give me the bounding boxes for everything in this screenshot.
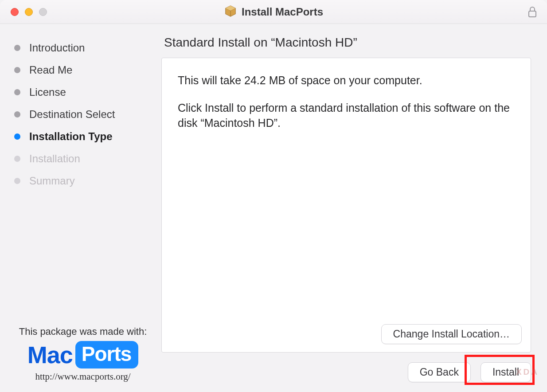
step-label: Introduction [29, 42, 85, 54]
step-installation: Installation [12, 148, 154, 170]
titlebar: Install MacPorts [0, 0, 547, 24]
macports-logo: Mac Ports [12, 341, 154, 368]
step-dot-icon [14, 89, 20, 95]
minimize-window-button[interactable] [25, 8, 33, 16]
main-panel: Standard Install on “Macintosh HD” This … [160, 24, 547, 392]
step-destination-select: Destination Select [12, 104, 154, 126]
watermark: XDA [516, 367, 539, 377]
content-area: Introduction Read Me License Destination… [0, 24, 547, 392]
svg-rect-3 [529, 11, 536, 17]
step-label: Installation Type [29, 130, 113, 143]
step-summary: Summary [12, 170, 154, 192]
step-list: Introduction Read Me License Destination… [12, 37, 154, 192]
step-label: Summary [29, 175, 75, 187]
window-title: Install MacPorts [242, 6, 323, 18]
step-dot-icon [14, 156, 20, 162]
footer-buttons: Go Back Install [161, 353, 531, 385]
window-controls [0, 8, 47, 16]
description-panel: This will take 24.2 MB of space on your … [161, 58, 531, 353]
sidebar-footer: This package was made with: Mac Ports ht… [12, 326, 154, 384]
fullscreen-window-button[interactable] [39, 8, 47, 16]
lock-icon[interactable] [527, 6, 537, 20]
space-required-text: This will take 24.2 MB of space on your … [178, 73, 515, 88]
sidebar: Introduction Read Me License Destination… [0, 24, 160, 392]
step-introduction: Introduction [12, 37, 154, 59]
install-instruction-text: Click Install to perform a standard inst… [178, 101, 515, 131]
step-label: Read Me [29, 64, 72, 76]
step-installation-type: Installation Type [12, 126, 154, 148]
change-install-location-button[interactable]: Change Install Location… [381, 324, 522, 344]
logo-mac: Mac [27, 341, 73, 368]
close-window-button[interactable] [11, 8, 19, 16]
package-icon [224, 4, 237, 20]
step-dot-icon [14, 111, 20, 118]
step-label: License [29, 86, 66, 98]
logo-url: http://www.macports.org/ [12, 371, 154, 382]
step-label: Installation [29, 153, 80, 165]
step-dot-icon [14, 45, 20, 51]
svg-marker-0 [226, 5, 236, 16]
logo-ports: Ports [75, 341, 139, 368]
step-license: License [12, 82, 154, 104]
step-read-me: Read Me [12, 59, 154, 82]
page-title: Standard Install on “Macintosh HD” [161, 35, 531, 50]
go-back-button[interactable]: Go Back [408, 362, 471, 382]
step-dot-icon [14, 133, 20, 140]
step-label: Destination Select [29, 108, 115, 121]
step-dot-icon [14, 178, 20, 184]
made-with-label: This package was made with: [12, 326, 154, 337]
svg-marker-2 [226, 5, 236, 10]
step-dot-icon [14, 67, 20, 73]
